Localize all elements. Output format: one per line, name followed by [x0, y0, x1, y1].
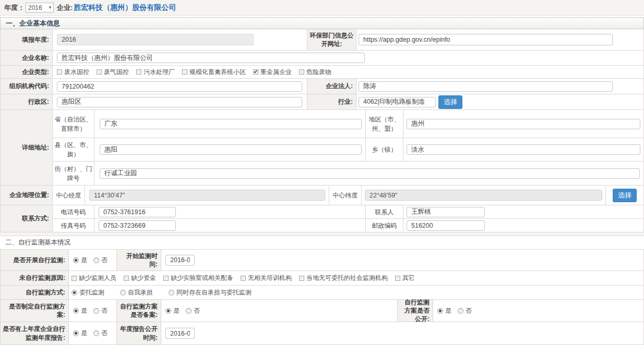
- longitude-input[interactable]: [89, 190, 325, 201]
- checkbox-unchecked-icon[interactable]: [299, 276, 304, 281]
- report-time-cell: [161, 322, 644, 345]
- radio-checked-icon[interactable]: [73, 330, 79, 336]
- legal-person-cell: [356, 79, 644, 94]
- checkbox-option[interactable]: 缺少实验室或相关配备: [163, 274, 233, 282]
- legal-person-input[interactable]: [359, 81, 613, 92]
- company-name-link[interactable]: 胜宏科技（惠州）股份有限公司: [74, 3, 176, 13]
- checkbox-unchecked-icon[interactable]: [97, 69, 102, 75]
- radio-option[interactable]: 委托监测: [71, 288, 104, 297]
- geo-select-button[interactable]: 选择: [613, 189, 637, 202]
- city-input[interactable]: [407, 119, 640, 129]
- company-type-label: 企业类型:: [1, 66, 53, 79]
- address-label: 详细地址:: [1, 110, 53, 186]
- phone-input[interactable]: [99, 207, 176, 217]
- checkbox-option[interactable]: 废水国控: [57, 68, 89, 77]
- checkbox-unchecked-icon[interactable]: [124, 276, 129, 281]
- env-url-input[interactable]: [359, 34, 613, 45]
- radio-unchecked-icon[interactable]: [93, 330, 99, 336]
- radio-option[interactable]: 否: [93, 256, 108, 265]
- radio-option[interactable]: 是: [73, 256, 87, 265]
- checkbox-unchecked-icon[interactable]: [71, 276, 77, 281]
- checkbox-option[interactable]: 废气国控: [97, 68, 129, 77]
- fax-input[interactable]: [99, 220, 176, 231]
- start-time-input[interactable]: [165, 255, 195, 266]
- checkbox-unchecked-icon[interactable]: [136, 69, 141, 75]
- checkbox-unchecked-icon[interactable]: [57, 69, 62, 75]
- radio-checked-icon[interactable]: [73, 257, 79, 263]
- company-name-label: 企业名称:: [1, 51, 53, 66]
- radio-option[interactable]: 自我承担: [120, 288, 153, 297]
- checkbox-option[interactable]: 重金属企业: [253, 68, 292, 77]
- env-url-cell: [356, 29, 644, 51]
- carry-out-label: 是否开展自行监测:: [1, 250, 69, 271]
- radio-option[interactable]: 是: [73, 329, 87, 338]
- checkbox-unchecked-icon[interactable]: [241, 276, 246, 281]
- radio-option[interactable]: 否: [93, 306, 108, 315]
- checkbox-option[interactable]: 当地无可委托的社会监测机构: [299, 274, 388, 282]
- table-row-district: 行政区: 行业: 选择: [1, 94, 644, 110]
- org-code-cell: [53, 79, 307, 94]
- table-row-fill-year: 填报年度: 环保部门信息公开网址:: [1, 29, 644, 51]
- checkbox-option[interactable]: 污水处理厂: [136, 68, 175, 77]
- env-url-label: 环保部门信息公开网址:: [307, 29, 356, 51]
- checkbox-unchecked-icon[interactable]: [182, 69, 187, 75]
- org-code-input[interactable]: [57, 81, 302, 92]
- monitoring-info-table: 是否开展自行监测: 是否 开始监测时间: 未自行监测原因: 缺少监测人员缺少资金…: [0, 250, 644, 345]
- checkbox-option[interactable]: 缺少监测人员: [71, 274, 116, 282]
- checkbox-unchecked-icon[interactable]: [163, 276, 169, 281]
- year-select[interactable]: 2016 ▼: [26, 3, 54, 13]
- radio-unchecked-icon[interactable]: [120, 290, 126, 295]
- checkbox-option[interactable]: 规模化畜禽养殖小区: [182, 68, 246, 77]
- radio-checked-icon[interactable]: [73, 308, 79, 314]
- checkbox-option[interactable]: 危险废物: [299, 68, 331, 77]
- table-row-has-report: 是否有上年度企业自行监测年度报告: 是否 年度报告公开时间:: [1, 322, 644, 345]
- radio-option[interactable]: 是: [165, 306, 180, 315]
- radio-option[interactable]: 否: [93, 329, 108, 338]
- zip-input[interactable]: [407, 220, 485, 231]
- address-row-province: 省（自治区、直辖市） 地区（市、州、盟）: [53, 110, 644, 138]
- latitude-cell: [362, 186, 605, 205]
- company-name-input[interactable]: [57, 53, 365, 63]
- street-input[interactable]: [100, 168, 640, 179]
- checkbox-option[interactable]: 其它: [395, 274, 415, 282]
- industry-select-button[interactable]: 选择: [438, 95, 462, 109]
- option-label: 规模化畜禽养殖小区: [189, 68, 246, 77]
- checkbox-checked-icon[interactable]: [253, 69, 258, 75]
- county-input[interactable]: [100, 144, 362, 155]
- checkbox-option[interactable]: 缺少资金: [124, 274, 156, 282]
- radio-checked-icon[interactable]: [437, 308, 443, 314]
- has-report-label: 是否有上年度企业自行监测年度报告:: [1, 322, 69, 345]
- industry-input[interactable]: [359, 97, 436, 107]
- company-type-checkbox-group: 废水国控废气国控污水处理厂规模化畜禽养殖小区重金属企业危险废物: [57, 68, 339, 77]
- radio-checked-icon[interactable]: [165, 308, 171, 314]
- radio-option[interactable]: 是: [73, 306, 87, 315]
- radio-checked-icon[interactable]: [71, 290, 77, 295]
- has-plan-label: 是否制定自行监测方案:: [1, 300, 69, 322]
- checkbox-unchecked-icon[interactable]: [299, 69, 304, 75]
- contact-person-input[interactable]: [407, 207, 485, 217]
- radio-option[interactable]: 同时存在自承担与委托监测: [169, 288, 252, 297]
- radio-unchecked-icon[interactable]: [93, 257, 99, 263]
- radio-unchecked-icon[interactable]: [169, 290, 174, 295]
- radio-unchecked-icon[interactable]: [186, 308, 192, 314]
- report-time-input[interactable]: [165, 328, 195, 339]
- radio-option[interactable]: 是: [437, 306, 451, 315]
- fill-year-input[interactable]: [57, 34, 254, 45]
- radio-option[interactable]: 否: [458, 306, 472, 315]
- section2-header: 二、自行监测基本情况: [0, 236, 644, 250]
- town-label: 乡（镇）: [366, 138, 403, 162]
- radio-unchecked-icon[interactable]: [458, 308, 463, 314]
- table-row-address: 详细地址: 省（自治区、直辖市） 地区（市、州、盟） 县（区、市、旗）: [1, 110, 644, 186]
- checkbox-option[interactable]: 无相关培训机构: [241, 274, 292, 282]
- province-input[interactable]: [100, 119, 362, 129]
- town-input[interactable]: [407, 144, 640, 155]
- checkbox-unchecked-icon[interactable]: [395, 276, 400, 281]
- province-cell: [94, 110, 366, 138]
- radio-unchecked-icon[interactable]: [93, 308, 99, 314]
- radio-option[interactable]: 否: [186, 306, 200, 315]
- legal-person-label: 企业法人:: [307, 79, 356, 94]
- plan-public-radio-group: 是否: [437, 306, 478, 315]
- latitude-input[interactable]: [365, 190, 602, 201]
- not-monitor-reason-cell: 缺少监测人员缺少资金缺少实验室或相关配备无相关培训机构当地无可委托的社会监测机构…: [69, 271, 644, 286]
- district-input[interactable]: [57, 97, 302, 107]
